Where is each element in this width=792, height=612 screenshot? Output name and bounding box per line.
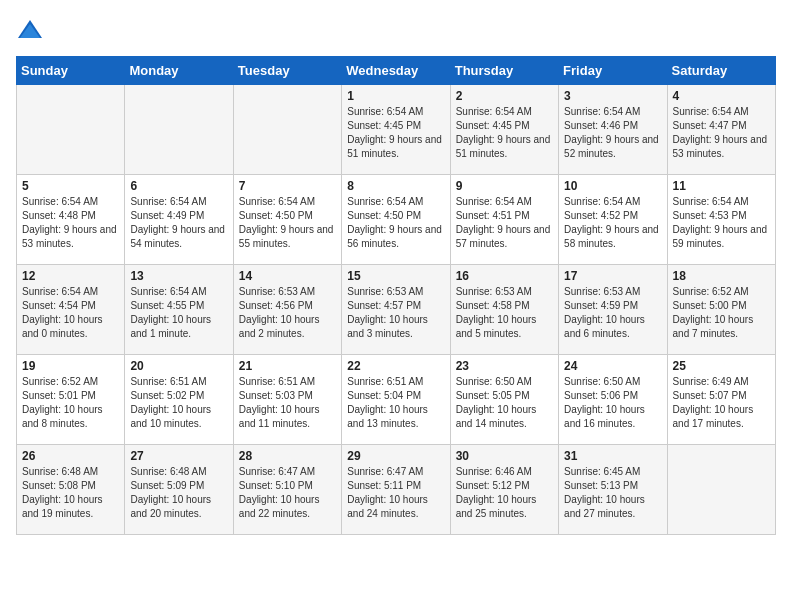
calendar-cell: 29Sunrise: 6:47 AM Sunset: 5:11 PM Dayli… (342, 445, 450, 535)
day-info: Sunrise: 6:50 AM Sunset: 5:06 PM Dayligh… (564, 375, 661, 431)
calendar-cell: 5Sunrise: 6:54 AM Sunset: 4:48 PM Daylig… (17, 175, 125, 265)
day-number: 7 (239, 179, 336, 193)
calendar-week-row: 1Sunrise: 6:54 AM Sunset: 4:45 PM Daylig… (17, 85, 776, 175)
calendar-table: SundayMondayTuesdayWednesdayThursdayFrid… (16, 56, 776, 535)
day-info: Sunrise: 6:51 AM Sunset: 5:04 PM Dayligh… (347, 375, 444, 431)
calendar-cell (667, 445, 775, 535)
calendar-week-row: 12Sunrise: 6:54 AM Sunset: 4:54 PM Dayli… (17, 265, 776, 355)
calendar-cell: 28Sunrise: 6:47 AM Sunset: 5:10 PM Dayli… (233, 445, 341, 535)
day-info: Sunrise: 6:49 AM Sunset: 5:07 PM Dayligh… (673, 375, 770, 431)
calendar-cell: 23Sunrise: 6:50 AM Sunset: 5:05 PM Dayli… (450, 355, 558, 445)
day-info: Sunrise: 6:45 AM Sunset: 5:13 PM Dayligh… (564, 465, 661, 521)
calendar-cell: 14Sunrise: 6:53 AM Sunset: 4:56 PM Dayli… (233, 265, 341, 355)
day-number: 2 (456, 89, 553, 103)
day-info: Sunrise: 6:54 AM Sunset: 4:50 PM Dayligh… (239, 195, 336, 251)
day-info: Sunrise: 6:54 AM Sunset: 4:49 PM Dayligh… (130, 195, 227, 251)
calendar-cell: 26Sunrise: 6:48 AM Sunset: 5:08 PM Dayli… (17, 445, 125, 535)
calendar-cell: 2Sunrise: 6:54 AM Sunset: 4:45 PM Daylig… (450, 85, 558, 175)
weekday-header-saturday: Saturday (667, 57, 775, 85)
day-info: Sunrise: 6:54 AM Sunset: 4:53 PM Dayligh… (673, 195, 770, 251)
calendar-cell: 3Sunrise: 6:54 AM Sunset: 4:46 PM Daylig… (559, 85, 667, 175)
calendar-cell (17, 85, 125, 175)
calendar-cell: 30Sunrise: 6:46 AM Sunset: 5:12 PM Dayli… (450, 445, 558, 535)
logo-icon (16, 16, 44, 44)
day-number: 31 (564, 449, 661, 463)
day-number: 6 (130, 179, 227, 193)
day-info: Sunrise: 6:52 AM Sunset: 5:01 PM Dayligh… (22, 375, 119, 431)
calendar-cell: 15Sunrise: 6:53 AM Sunset: 4:57 PM Dayli… (342, 265, 450, 355)
calendar-week-row: 5Sunrise: 6:54 AM Sunset: 4:48 PM Daylig… (17, 175, 776, 265)
day-info: Sunrise: 6:48 AM Sunset: 5:08 PM Dayligh… (22, 465, 119, 521)
day-number: 25 (673, 359, 770, 373)
weekday-header-monday: Monday (125, 57, 233, 85)
day-info: Sunrise: 6:54 AM Sunset: 4:47 PM Dayligh… (673, 105, 770, 161)
day-info: Sunrise: 6:47 AM Sunset: 5:10 PM Dayligh… (239, 465, 336, 521)
day-number: 8 (347, 179, 444, 193)
calendar-cell: 4Sunrise: 6:54 AM Sunset: 4:47 PM Daylig… (667, 85, 775, 175)
day-number: 12 (22, 269, 119, 283)
day-number: 11 (673, 179, 770, 193)
day-info: Sunrise: 6:53 AM Sunset: 4:58 PM Dayligh… (456, 285, 553, 341)
weekday-header-wednesday: Wednesday (342, 57, 450, 85)
day-number: 16 (456, 269, 553, 283)
day-info: Sunrise: 6:52 AM Sunset: 5:00 PM Dayligh… (673, 285, 770, 341)
day-number: 19 (22, 359, 119, 373)
day-info: Sunrise: 6:54 AM Sunset: 4:46 PM Dayligh… (564, 105, 661, 161)
day-info: Sunrise: 6:54 AM Sunset: 4:52 PM Dayligh… (564, 195, 661, 251)
day-info: Sunrise: 6:54 AM Sunset: 4:51 PM Dayligh… (456, 195, 553, 251)
day-info: Sunrise: 6:54 AM Sunset: 4:45 PM Dayligh… (456, 105, 553, 161)
day-number: 4 (673, 89, 770, 103)
day-info: Sunrise: 6:51 AM Sunset: 5:02 PM Dayligh… (130, 375, 227, 431)
day-info: Sunrise: 6:48 AM Sunset: 5:09 PM Dayligh… (130, 465, 227, 521)
calendar-cell: 18Sunrise: 6:52 AM Sunset: 5:00 PM Dayli… (667, 265, 775, 355)
day-number: 15 (347, 269, 444, 283)
calendar-week-row: 26Sunrise: 6:48 AM Sunset: 5:08 PM Dayli… (17, 445, 776, 535)
day-number: 9 (456, 179, 553, 193)
calendar-week-row: 19Sunrise: 6:52 AM Sunset: 5:01 PM Dayli… (17, 355, 776, 445)
calendar-cell: 6Sunrise: 6:54 AM Sunset: 4:49 PM Daylig… (125, 175, 233, 265)
weekday-header-thursday: Thursday (450, 57, 558, 85)
calendar-cell: 19Sunrise: 6:52 AM Sunset: 5:01 PM Dayli… (17, 355, 125, 445)
day-number: 13 (130, 269, 227, 283)
day-info: Sunrise: 6:54 AM Sunset: 4:55 PM Dayligh… (130, 285, 227, 341)
calendar-cell: 7Sunrise: 6:54 AM Sunset: 4:50 PM Daylig… (233, 175, 341, 265)
weekday-header-row: SundayMondayTuesdayWednesdayThursdayFrid… (17, 57, 776, 85)
calendar-cell: 25Sunrise: 6:49 AM Sunset: 5:07 PM Dayli… (667, 355, 775, 445)
day-number: 24 (564, 359, 661, 373)
calendar-cell: 24Sunrise: 6:50 AM Sunset: 5:06 PM Dayli… (559, 355, 667, 445)
calendar-cell: 12Sunrise: 6:54 AM Sunset: 4:54 PM Dayli… (17, 265, 125, 355)
weekday-header-sunday: Sunday (17, 57, 125, 85)
day-info: Sunrise: 6:54 AM Sunset: 4:50 PM Dayligh… (347, 195, 444, 251)
calendar-cell: 9Sunrise: 6:54 AM Sunset: 4:51 PM Daylig… (450, 175, 558, 265)
day-number: 3 (564, 89, 661, 103)
day-number: 5 (22, 179, 119, 193)
calendar-cell: 11Sunrise: 6:54 AM Sunset: 4:53 PM Dayli… (667, 175, 775, 265)
day-info: Sunrise: 6:53 AM Sunset: 4:59 PM Dayligh… (564, 285, 661, 341)
day-info: Sunrise: 6:54 AM Sunset: 4:54 PM Dayligh… (22, 285, 119, 341)
day-number: 23 (456, 359, 553, 373)
day-number: 14 (239, 269, 336, 283)
day-info: Sunrise: 6:51 AM Sunset: 5:03 PM Dayligh… (239, 375, 336, 431)
calendar-cell: 22Sunrise: 6:51 AM Sunset: 5:04 PM Dayli… (342, 355, 450, 445)
day-info: Sunrise: 6:47 AM Sunset: 5:11 PM Dayligh… (347, 465, 444, 521)
day-info: Sunrise: 6:54 AM Sunset: 4:48 PM Dayligh… (22, 195, 119, 251)
calendar-cell (125, 85, 233, 175)
day-info: Sunrise: 6:53 AM Sunset: 4:57 PM Dayligh… (347, 285, 444, 341)
day-number: 20 (130, 359, 227, 373)
day-number: 29 (347, 449, 444, 463)
weekday-header-tuesday: Tuesday (233, 57, 341, 85)
day-number: 22 (347, 359, 444, 373)
calendar-cell: 10Sunrise: 6:54 AM Sunset: 4:52 PM Dayli… (559, 175, 667, 265)
logo (16, 16, 48, 44)
calendar-cell: 17Sunrise: 6:53 AM Sunset: 4:59 PM Dayli… (559, 265, 667, 355)
day-number: 27 (130, 449, 227, 463)
day-number: 26 (22, 449, 119, 463)
calendar-cell (233, 85, 341, 175)
calendar-cell: 16Sunrise: 6:53 AM Sunset: 4:58 PM Dayli… (450, 265, 558, 355)
day-number: 28 (239, 449, 336, 463)
day-info: Sunrise: 6:46 AM Sunset: 5:12 PM Dayligh… (456, 465, 553, 521)
page-header (16, 16, 776, 44)
calendar-cell: 13Sunrise: 6:54 AM Sunset: 4:55 PM Dayli… (125, 265, 233, 355)
calendar-cell: 31Sunrise: 6:45 AM Sunset: 5:13 PM Dayli… (559, 445, 667, 535)
day-number: 17 (564, 269, 661, 283)
